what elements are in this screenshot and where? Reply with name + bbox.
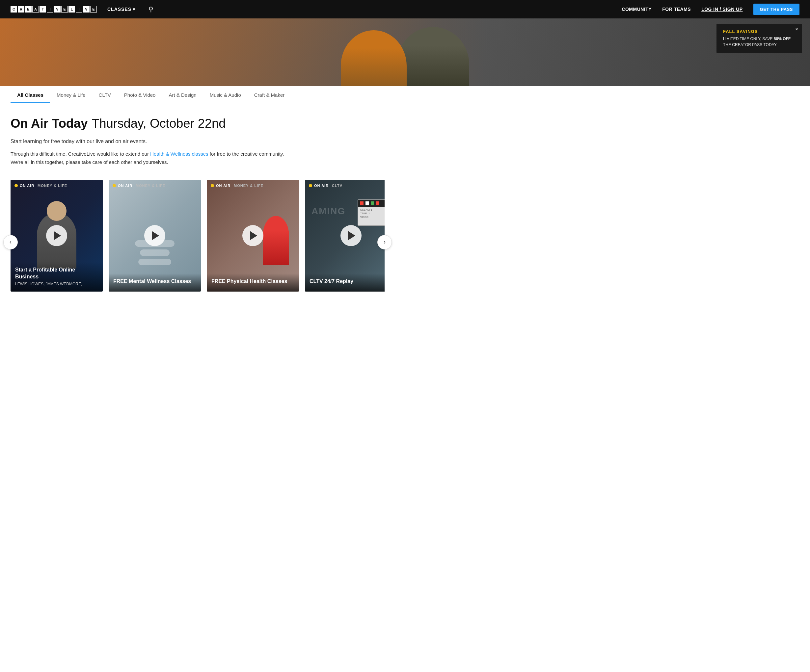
logo[interactable]: C R E A T I V E L I V E [10,6,97,12]
promo-text: LIMITED TIME ONLY, SAVE 50% OFF THE CREA… [723,36,795,48]
promo-text-before: LIMITED TIME ONLY, SAVE [723,37,774,41]
nav-links: COMMUNITY FOR TEAMS LOG IN / SIGN UP GET… [622,3,800,15]
card-2-badge: ON AIR MONEY & LIFE [113,184,165,188]
on-air-label-1: ON AIR [20,184,34,188]
logo-letter-e2: E [61,6,68,12]
tab-music-audio[interactable]: Music & Audio [203,86,248,103]
carousel-prev-button[interactable]: ‹ [3,235,18,249]
dropdown-icon: ▾ [133,7,135,12]
main-content: On Air Today Thursday, October 22nd Star… [0,103,395,305]
card-4-title: CLTV 24/7 Replay [309,278,385,285]
card-1[interactable]: ON AIR MONEY & LIFE Start a Profitable O… [10,180,103,291]
clap-stripe-r [360,201,363,205]
carousel-next-button[interactable]: › [377,235,392,249]
on-air-title: On Air Today [10,116,88,131]
logo-letter-e3: E [90,6,97,12]
login-link[interactable]: LOG IN / SIGN UP [701,7,742,12]
promo-close-button[interactable]: × [795,26,798,32]
on-air-dot-1 [15,184,18,187]
promo-text-after: THE CREATOR PASS TODAY [723,42,777,47]
tab-money-life[interactable]: Money & Life [50,86,92,103]
on-air-label-2: ON AIR [118,184,132,188]
card-4-bottom: CLTV 24/7 Replay [305,273,385,291]
tab-photo-video[interactable]: Photo & Video [118,86,162,103]
logo-letter-c: C [10,6,17,12]
logo-letter-e: E [25,6,32,12]
promo-banner: × FALL SAVINGS LIMITED TIME ONLY, SAVE 5… [717,24,802,53]
on-air-label-3: ON AIR [216,184,231,188]
hero-people [0,19,810,86]
navigation: C R E A T I V E L I V E CLASSES ▾ ⚲ COMM… [0,0,810,19]
play-icon-4 [348,231,355,240]
card-2-bottom: FREE Mental Wellness Classes [109,273,201,291]
play-button-1[interactable] [46,225,67,246]
card-3-badge: ON AIR MONEY & LIFE [211,184,263,188]
logo-letter-t: T [39,6,46,12]
search-icon[interactable]: ⚲ [148,5,154,13]
tab-all-classes[interactable]: All Classes [10,86,50,103]
logo-letter-l: L [69,6,75,12]
card-3-bottom: FREE Physical Health Classes [207,273,299,291]
tab-cltv[interactable]: CLTV [92,86,118,103]
logo-letter-i: I [47,6,53,12]
cards-section: ‹ ON AIR MONEY & LIFE Start a Profitable… [10,180,385,305]
logo-letter-a: A [32,6,39,12]
hero-banner: × FALL SAVINGS LIMITED TIME ONLY, SAVE 5… [0,19,810,86]
card-4[interactable]: ON AIR CLTV AMING SCENE: 1TAKE: 1VIDEO [305,180,385,291]
card-4-badge: ON AIR CLTV [309,184,343,188]
clap-stripe-g [371,201,374,205]
classes-label: CLASSES [107,7,132,12]
clap-stripe-r2 [376,201,379,205]
card-3[interactable]: ON AIR MONEY & LIFE FREE Physical Health… [207,180,299,291]
community-link[interactable]: COMMUNITY [622,7,651,12]
health-wellness-link[interactable]: Health & Wellness classes [150,151,208,157]
card-gaming-text: AMING [312,206,345,217]
category-label-3: MONEY & LIFE [234,184,263,188]
tab-art-design[interactable]: Art & Design [162,86,203,103]
classes-dropdown-button[interactable]: CLASSES ▾ [107,7,135,12]
on-air-heading: On Air Today Thursday, October 22nd [10,116,385,131]
play-icon-2 [152,231,159,240]
category-label-2: MONEY & LIFE [136,184,165,188]
person-right [397,27,469,86]
on-air-date: Thursday, October 22nd [91,116,226,131]
category-label-1: MONEY & LIFE [37,184,67,188]
extra-before-link: Through this difficult time, CreativeLiv… [10,151,150,157]
play-icon-3 [250,231,257,240]
logo-letter-r: R [18,6,24,12]
card-hiker-silhouette [263,216,289,265]
cloud-3 [138,259,171,265]
card-2[interactable]: ON AIR MONEY & LIFE FREE Mental Wellness… [109,180,201,291]
on-air-dot-4 [309,184,312,187]
on-air-label-4: ON AIR [314,184,329,188]
card-2-title: FREE Mental Wellness Classes [113,278,196,285]
card-3-title: FREE Physical Health Classes [211,278,294,285]
play-button-3[interactable] [242,225,263,246]
card-1-bottom: Start a Profitable Online Business LEWIS… [10,262,103,291]
cloud-2 [140,249,170,256]
on-air-dot-2 [113,184,116,187]
on-air-dot-3 [211,184,214,187]
get-pass-button[interactable]: GET THE PASS [753,3,800,15]
card-clapboard: SCENE: 1TAKE: 1VIDEO [358,199,385,226]
clap-body: SCENE: 1TAKE: 1VIDEO [358,207,385,221]
on-air-description: Start learning for free today with our l… [10,137,385,146]
clap-top [358,200,385,207]
clap-stripe-w [366,201,369,205]
person-left [341,30,407,86]
category-label-4: CLTV [332,184,343,188]
logo-letter-i2: I [76,6,82,12]
for-teams-link[interactable]: FOR TEAMS [662,7,691,12]
promo-title: FALL SAVINGS [723,29,795,34]
promo-bold-text: 50% OFF [774,37,791,41]
play-button-2[interactable] [144,225,165,246]
logo-letter-v2: V [83,6,89,12]
card-1-subtitle: LEWIS HOWES, JAMES WEDMORE,... [15,282,98,286]
play-icon-1 [54,231,61,240]
cards-container: ON AIR MONEY & LIFE Start a Profitable O… [10,180,385,291]
card-person-head [47,201,66,221]
tabs-bar: All Classes Money & Life CLTV Photo & Vi… [0,86,810,103]
logo-letter-v: V [54,6,61,12]
play-button-4[interactable] [341,225,361,246]
tab-craft-maker[interactable]: Craft & Maker [248,86,291,103]
